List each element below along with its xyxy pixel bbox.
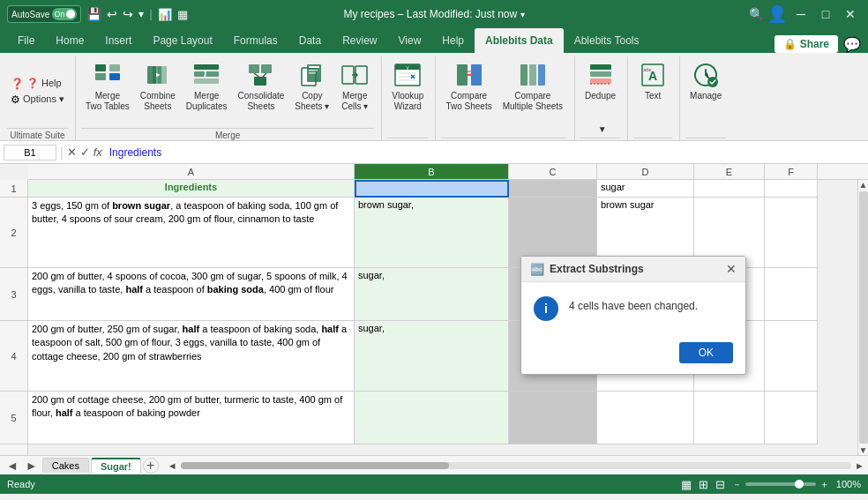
comment-icon[interactable]: 💬 — [843, 36, 861, 53]
dialog-ok-button[interactable]: OK — [679, 342, 733, 363]
autosave-button[interactable]: AutoSave On — [7, 5, 81, 23]
cell-A5[interactable]: 200 gm of cottage cheese, 200 gm of butt… — [28, 392, 355, 444]
text-button[interactable]: A abc Text — [633, 58, 672, 104]
tab-ablebits-data[interactable]: Ablebits Data — [475, 28, 564, 53]
scroll-thumb[interactable] — [859, 191, 868, 444]
dedupe-button[interactable]: Dedupe — [580, 58, 620, 104]
formula-input[interactable] — [106, 146, 864, 159]
vertical-scrollbar[interactable]: ▲ ▼ — [857, 180, 868, 455]
cell-B3[interactable]: sugar, — [355, 268, 509, 321]
help-button[interactable]: ❓ ❓ Help — [7, 76, 68, 92]
save-icon[interactable]: 💾 — [86, 7, 101, 21]
formula-insert-function-icon[interactable]: fx — [94, 146, 102, 159]
page-layout-view-icon[interactable]: ⊞ — [699, 478, 708, 491]
copy-sheets-button[interactable]: CopySheets ▾ — [290, 58, 333, 115]
cell-F2[interactable] — [765, 198, 818, 268]
cell-B2[interactable]: brown sugar, — [355, 198, 509, 268]
col-header-D[interactable]: D — [597, 164, 694, 179]
tab-view[interactable]: View — [388, 28, 432, 53]
cell-F4[interactable] — [765, 321, 818, 392]
title-dropdown-icon[interactable]: ▾ — [520, 10, 525, 19]
tab-data[interactable]: Data — [288, 28, 332, 53]
cell-B5[interactable] — [355, 392, 509, 444]
zoom-level[interactable]: 100% — [836, 479, 861, 489]
add-sheet-button[interactable]: + — [143, 458, 159, 474]
consolidate-sheets-button[interactable]: ConsolidateSheets — [234, 58, 289, 115]
tab-page-layout[interactable]: Page Layout — [142, 28, 222, 53]
dialog-close-button[interactable]: ✕ — [726, 262, 737, 276]
cell-reference-input[interactable] — [4, 145, 56, 160]
sheet-tab-cakes[interactable]: Cakes — [42, 458, 89, 473]
tab-home[interactable]: Home — [45, 28, 94, 53]
cell-E1[interactable] — [694, 180, 765, 198]
merge-two-tables-button[interactable]: MergeTwo Tables — [81, 58, 134, 115]
merge-duplicates-button[interactable]: MergeDuplicates — [182, 58, 232, 115]
tab-insert[interactable]: Insert — [94, 28, 142, 53]
sheet-nav-left[interactable]: ◄ — [4, 459, 21, 473]
combine-sheets-button[interactable]: CombineSheets — [136, 58, 180, 115]
zoom-in-icon[interactable]: ＋ — [819, 478, 829, 491]
cell-E5[interactable] — [694, 392, 765, 444]
scroll-down-arrow[interactable]: ▼ — [859, 445, 868, 455]
minimize-button[interactable]: ─ — [790, 4, 812, 25]
share-button[interactable]: 🔒 Share — [774, 35, 838, 53]
page-break-view-icon[interactable]: ⊟ — [715, 478, 725, 491]
merge-cells-button[interactable]: MergeCells ▾ — [335, 58, 374, 115]
sheet-nav-right[interactable]: ► — [23, 459, 41, 473]
row-header-1[interactable]: 1 — [0, 180, 27, 198]
layout-icon[interactable]: ▦ — [177, 8, 188, 21]
options-button[interactable]: ⚙ Options ▾ — [7, 92, 68, 108]
cell-D1[interactable]: sugar — [597, 180, 694, 198]
customize-qat-icon[interactable]: ▾ — [138, 8, 144, 20]
hscroll-left-arrow[interactable]: ◄ — [168, 460, 177, 471]
col-header-E[interactable]: E — [694, 164, 765, 179]
manage-button[interactable]: Manage — [685, 58, 726, 104]
cell-A1[interactable]: Ingredients — [28, 180, 355, 198]
tab-file[interactable]: File — [7, 28, 45, 53]
autosave-toggle[interactable]: On — [52, 8, 77, 20]
zoom-slider[interactable] — [745, 482, 816, 486]
close-button[interactable]: ✕ — [840, 4, 861, 25]
row-header-2[interactable]: 2 — [0, 198, 27, 268]
cell-B4[interactable]: sugar, — [355, 321, 509, 392]
redo-icon[interactable]: ↪ — [123, 7, 133, 21]
tab-help[interactable]: Help — [431, 28, 475, 53]
undo-icon[interactable]: ↩ — [107, 7, 117, 21]
col-header-C[interactable]: C — [509, 164, 597, 179]
dedupe-dropdown-item[interactable]: ▼ — [595, 123, 610, 136]
row-header-4[interactable]: 4 — [0, 321, 27, 392]
compare-multiple-sheets-button[interactable]: CompareMultiple Sheets — [498, 58, 567, 115]
cell-D5[interactable] — [597, 392, 694, 444]
cell-B1[interactable] — [355, 180, 509, 198]
col-header-B[interactable]: B — [355, 164, 509, 179]
cell-F5[interactable] — [765, 392, 818, 444]
vlookup-wizard-button[interactable]: V VlookupWizard — [387, 58, 428, 115]
col-header-A[interactable]: A — [28, 164, 355, 179]
formula-cancel-icon[interactable]: ✕ — [67, 146, 77, 159]
tab-review[interactable]: Review — [332, 28, 387, 53]
normal-view-icon[interactable]: ▦ — [681, 478, 692, 491]
compare-two-sheets-button[interactable]: CompareTwo Sheets — [441, 58, 496, 115]
cell-A4[interactable]: 200 gm of butter, 250 gm of sugar, half … — [28, 321, 355, 392]
hscroll-right-arrow[interactable]: ► — [855, 460, 864, 471]
cell-C1[interactable] — [509, 180, 597, 198]
scroll-up-arrow[interactable]: ▲ — [859, 180, 868, 190]
profile-icon[interactable]: 👤 — [767, 4, 787, 24]
cell-A2[interactable]: 3 eggs, 150 gm of brown sugar, a teaspoo… — [28, 198, 355, 268]
row-header-5[interactable]: 5 — [0, 392, 27, 444]
maximize-button[interactable]: □ — [815, 4, 836, 25]
formula-confirm-icon[interactable]: ✓ — [80, 146, 90, 159]
cell-C5[interactable] — [509, 392, 597, 444]
cell-F3[interactable] — [765, 268, 818, 321]
row-header-3[interactable]: 3 — [0, 268, 27, 321]
search-icon[interactable]: 🔍 — [749, 7, 764, 21]
cell-F1[interactable] — [765, 180, 818, 198]
horizontal-scrollbar-track[interactable] — [181, 462, 851, 469]
tab-ablebits-tools[interactable]: Ablebits Tools — [564, 28, 650, 53]
col-header-F[interactable]: F — [765, 164, 818, 179]
tab-formulas[interactable]: Formulas — [223, 28, 288, 53]
sheet-tab-sugar[interactable]: Sugar! — [91, 458, 141, 474]
zoom-out-icon[interactable]: － — [732, 478, 742, 491]
presentation-icon[interactable]: 📊 — [158, 8, 172, 21]
horizontal-scrollbar-thumb[interactable] — [181, 462, 449, 469]
